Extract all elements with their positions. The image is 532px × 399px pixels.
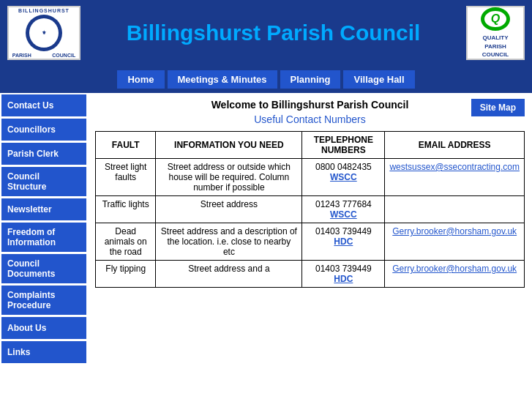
phone-org-link[interactable]: WSCC bbox=[307, 172, 380, 182]
email-cell: Gerry.brooker@horsham.gov.uk bbox=[385, 223, 525, 261]
sidebar-item-complaints-procedure[interactable]: Complaints Procedure bbox=[1, 286, 86, 315]
sidebar-item-contact-us[interactable]: Contact Us bbox=[1, 94, 86, 116]
phone-number: 01243 777684 bbox=[315, 199, 372, 209]
table-row: Traffic lights Street address 01243 7776… bbox=[96, 196, 525, 223]
page-layout: Contact Us Councillors Parish Clerk Coun… bbox=[0, 93, 532, 367]
sidebar-item-about-us[interactable]: About Us bbox=[1, 317, 86, 339]
info-cell: Street address and a bbox=[156, 261, 302, 288]
fault-cell: Fly tipping bbox=[96, 261, 156, 288]
logo-circle-inner: ⚜ bbox=[29, 18, 59, 48]
page-title: Welcome to Billingshurst Parish Council bbox=[95, 99, 525, 111]
info-cell: Street address and a description of the … bbox=[156, 223, 302, 261]
contact-table: FAULT INFORMATION YOU NEED TEPLEPHONE NU… bbox=[95, 131, 525, 288]
council-logo: BILLINGSHURST ⚜ PARISH COUNCIL bbox=[7, 6, 80, 60]
phone-number: 0800 0482435 bbox=[315, 162, 372, 172]
nav-planning[interactable]: Planning bbox=[280, 70, 341, 89]
info-cell: Street address bbox=[156, 196, 302, 223]
sidebar-item-council-documents[interactable]: Council Documents bbox=[1, 254, 86, 283]
phone-org-link[interactable]: WSCC bbox=[307, 209, 380, 220]
main-content: Welcome to Billingshurst Parish Council … bbox=[88, 93, 532, 367]
info-cell: Street address or outside which house wi… bbox=[156, 159, 302, 196]
page-subtitle: Useful Contact Numbers bbox=[95, 113, 525, 125]
table-row: Dead animals on the road Street address … bbox=[96, 223, 525, 261]
col-email: EMAIL ADDRESS bbox=[385, 132, 525, 159]
sidebar-item-links[interactable]: Links bbox=[1, 341, 86, 363]
phone-number: 01403 739449 bbox=[315, 226, 372, 236]
table-row: Fly tipping Street address and a 01403 7… bbox=[96, 261, 525, 288]
col-info: INFORMATION YOU NEED bbox=[156, 132, 302, 159]
fault-cell: Dead animals on the road bbox=[96, 223, 156, 261]
sidebar-item-councillors[interactable]: Councillors bbox=[1, 119, 86, 141]
table-row: Street light faults Street address or ou… bbox=[96, 159, 525, 196]
email-cell: westsussex@ssecontracting.com bbox=[385, 159, 525, 196]
fault-cell: Street light faults bbox=[96, 159, 156, 196]
fault-cell: Traffic lights bbox=[96, 196, 156, 223]
quality-circle-icon: Q bbox=[481, 7, 510, 31]
phone-number: 01403 739449 bbox=[315, 264, 372, 274]
phone-cell: 01403 739449 HDC bbox=[302, 223, 385, 261]
col-phone: TEPLEPHONE NUMBERS bbox=[302, 132, 385, 159]
logo-council: COUNCIL bbox=[52, 53, 75, 58]
nav-home[interactable]: Home bbox=[117, 70, 164, 89]
nav-meetings[interactable]: Meetings & Minutes bbox=[168, 70, 277, 89]
navbar: Home Meetings & Minutes Planning Village… bbox=[0, 66, 532, 93]
nav-village-hall[interactable]: Village Hall bbox=[343, 70, 414, 89]
sidebar-item-newsletter[interactable]: Newsletter bbox=[1, 198, 86, 220]
phone-cell: 0800 0482435 WSCC bbox=[302, 159, 385, 196]
phone-cell: 01243 777684 WSCC bbox=[302, 196, 385, 223]
logo-circle: ⚜ bbox=[26, 15, 62, 51]
site-map-button[interactable]: Site Map bbox=[471, 99, 525, 116]
col-fault: FAULT bbox=[96, 132, 156, 159]
site-title: Billingshurst Parish Council bbox=[80, 20, 466, 45]
quality-badge-text: QUALITYPARISHCOUNCIL bbox=[482, 34, 509, 59]
header: BILLINGSHURST ⚜ PARISH COUNCIL Billingsh… bbox=[0, 0, 532, 66]
quality-badge: Q QUALITYPARISHCOUNCIL bbox=[466, 6, 525, 60]
sidebar-item-council-structure[interactable]: Council Structure bbox=[1, 167, 86, 196]
email-cell: Gerry.brooker@horsham.gov.uk bbox=[385, 261, 525, 288]
logo-parish: PARISH bbox=[12, 53, 31, 58]
phone-org-link[interactable]: HDC bbox=[307, 274, 380, 284]
email-cell bbox=[385, 196, 525, 223]
logo-top-text: BILLINGSHURST bbox=[18, 8, 70, 13]
email-link[interactable]: Gerry.brooker@horsham.gov.uk bbox=[392, 226, 517, 236]
phone-org-link[interactable]: HDC bbox=[307, 236, 380, 247]
sidebar-item-freedom-of-information[interactable]: Freedom of Information bbox=[1, 223, 86, 252]
sidebar: Contact Us Councillors Parish Clerk Coun… bbox=[0, 93, 88, 367]
sidebar-item-parish-clerk[interactable]: Parish Clerk bbox=[1, 143, 86, 165]
logo-bottom-row: PARISH COUNCIL bbox=[12, 53, 75, 58]
phone-cell: 01403 739449 HDC bbox=[302, 261, 385, 288]
email-link[interactable]: westsussex@ssecontracting.com bbox=[389, 162, 520, 172]
email-link[interactable]: Gerry.brooker@horsham.gov.uk bbox=[392, 264, 517, 274]
